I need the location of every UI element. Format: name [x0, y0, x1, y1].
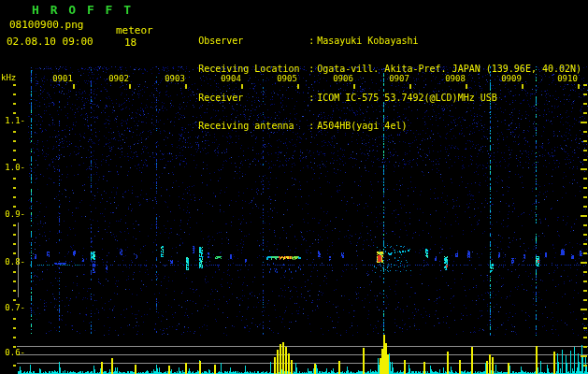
time-tick-label: 0905 — [275, 75, 299, 83]
info-value: ICOM IC-575 53.7492(@LCD)MHz USB — [317, 93, 497, 103]
freq-tick-label: 0.8- — [0, 258, 25, 266]
freq-axis-unit: kHz — [1, 74, 16, 82]
freq-tick-label: 0.7- — [0, 304, 25, 312]
time-tick-label: 0909 — [499, 75, 523, 83]
info-label: Receiving antenna — [198, 122, 308, 132]
time-tick-label: 0907 — [387, 75, 411, 83]
freq-tick-label: 1.1- — [0, 117, 25, 125]
info-colon: : — [308, 36, 317, 47]
time-tick-label: 0908 — [443, 75, 467, 83]
time-tick-label: 0910 — [555, 75, 580, 83]
mode-label: meteor — [116, 25, 153, 36]
output-filename: 08100900.png — [9, 20, 83, 30]
freq-tick-label: 1.0- — [0, 164, 25, 172]
freq-tick-label: 0.9- — [0, 210, 25, 219]
time-tick-label: 0902 — [107, 75, 131, 83]
freq-tick-label: 0.6- — [0, 349, 25, 357]
info-row-receiver: Receiver:ICOM IC-575 53.7492(@LCD)MHz US… — [165, 83, 581, 94]
info-label: Observer — [198, 36, 308, 47]
time-tick-label: 0904 — [219, 75, 243, 83]
time-tick-label: 0906 — [331, 75, 355, 83]
meteor-count: 18 — [124, 37, 136, 48]
info-colon: : — [308, 122, 317, 132]
info-value: A504HB(yagi 4el) — [317, 121, 407, 131]
info-row-observer: Observer:Masayuki Kobayashi — [165, 26, 581, 36]
info-label: Receiving Location — [198, 65, 308, 75]
time-tick-label: 0901 — [50, 75, 75, 83]
info-colon: : — [308, 65, 317, 75]
info-label: Receiver — [198, 94, 308, 104]
info-row-antenna: Receiving antenna:A504HB(yagi 4el) — [165, 112, 581, 122]
observation-datetime: 02.08.10 09:00 — [7, 36, 93, 47]
hrofft-screen: H R O F F T 08100900.png meteor 02.08.10… — [0, 0, 588, 374]
info-row-location: Receiving Location:Ogata-vill. Akita-Pre… — [165, 55, 581, 65]
app-title: H R O F F T — [32, 4, 133, 16]
info-value: Masayuki Kobayashi — [317, 36, 418, 46]
info-colon: : — [308, 94, 317, 104]
time-tick-label: 0903 — [163, 75, 187, 83]
info-value: Ogata-vill. Akita-Pref. JAPAN (139.96E, … — [317, 64, 581, 74]
